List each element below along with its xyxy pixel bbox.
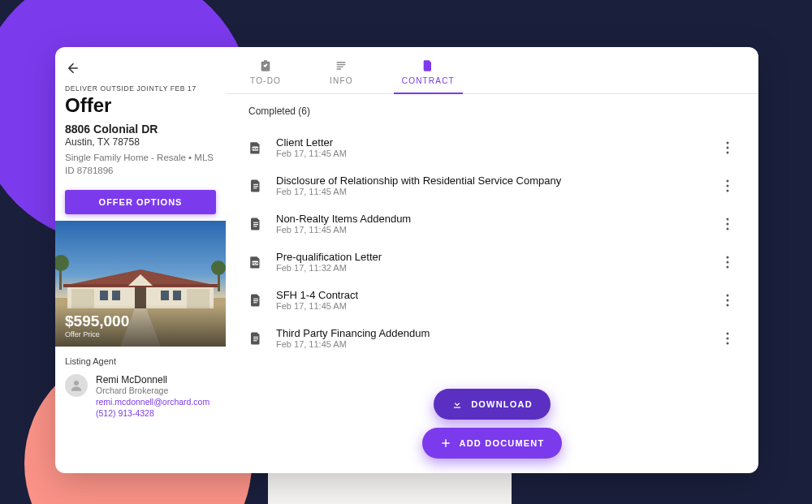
arrow-left-icon [66,61,80,75]
document-menu-button[interactable] [719,138,736,157]
document-title: Non-Realty Items Addendum [276,213,706,225]
completed-section-label: Completed (6) [248,106,736,117]
svg-point-37 [727,218,729,220]
document-title: Third Party Financing Addendum [276,327,706,339]
document-timestamp: Feb 17, 11:45 AM [276,187,706,196]
svg-rect-12 [173,291,181,300]
svg-point-26 [727,146,729,149]
svg-text:PDF: PDF [253,261,259,265]
svg-point-33 [727,189,729,192]
document-menu-button[interactable] [719,214,736,234]
svg-rect-51 [253,336,258,337]
document-title: Client Letter [276,136,706,149]
document-menu-button[interactable] [719,291,736,310]
svg-rect-30 [253,187,257,188]
svg-point-48 [727,294,729,296]
agent-section-label: Listing Agent [65,356,216,366]
svg-point-17 [211,261,226,275]
info-icon [334,58,348,73]
download-icon [451,398,463,410]
plus-icon [440,437,451,449]
svg-point-27 [727,151,729,153]
download-button[interactable]: DOWNLOAD [434,389,551,420]
svg-rect-53 [253,340,257,341]
svg-rect-34 [253,222,258,222]
agent-phone-link[interactable]: (512) 913-4328 [96,408,209,418]
svg-point-31 [727,179,729,182]
document-icon [421,58,435,73]
tab-label: TO-DO [250,76,281,85]
avatar [65,374,88,397]
svg-point-44 [727,265,729,268]
svg-point-39 [727,227,729,230]
svg-point-50 [727,304,729,306]
offer-options-button[interactable]: OFFER OPTIONS [65,190,216,214]
document-icon [248,179,263,193]
document-icon [248,217,263,231]
document-menu-button[interactable] [719,252,736,272]
svg-rect-11 [161,291,169,300]
document-row[interactable]: Disclosure of Relationship with Resident… [248,166,736,205]
tab-info[interactable]: INFO [322,47,361,93]
svg-point-54 [727,332,729,334]
svg-rect-29 [253,186,258,187]
download-label: DOWNLOAD [471,399,533,409]
tab-label: INFO [330,76,353,85]
document-list: PDFClient LetterFeb 17, 11:45 AMDisclosu… [248,128,736,357]
deliver-line: DELIVER OUTSIDE JOINTLY FEB 17 [65,84,216,93]
svg-rect-45 [253,298,258,299]
tab-contract[interactable]: CONTRACT [394,47,463,93]
document-row[interactable]: PDFClient LetterFeb 17, 11:45 AM [248,128,736,166]
document-timestamp: Feb 17, 11:45 AM [276,225,706,235]
document-row[interactable]: SFH 1-4 ContractFeb 17, 11:45 AM [248,281,736,319]
person-icon [69,378,84,393]
property-image: $595,000 Offer Price [55,221,226,347]
svg-point-55 [727,337,729,339]
document-row[interactable]: Third Party Financing AddendumFeb 17, 11… [248,319,736,357]
svg-rect-35 [253,224,258,225]
document-timestamp: Feb 17, 11:45 AM [276,301,706,311]
document-title: Pre-qualification Letter [276,251,706,263]
document-timestamp: Feb 17, 11:45 AM [276,339,706,349]
document-timestamp: Feb 17, 11:45 AM [276,149,706,158]
add-document-label: ADD DOCUMENT [460,438,545,448]
document-row[interactable]: PDFPre-qualification LetterFeb 17, 11:32… [248,243,736,281]
svg-rect-47 [253,302,257,303]
svg-point-32 [727,184,729,187]
svg-point-42 [727,256,729,258]
main-content: TO-DO INFO CONTRACT Completed (6) PDFCli… [226,47,758,473]
agent-section: Listing Agent Remi McDonnell Orchard Bro… [55,347,226,428]
tab-todo[interactable]: TO-DO [242,47,289,93]
svg-rect-10 [112,291,120,300]
svg-rect-9 [100,291,108,300]
svg-rect-36 [253,226,257,226]
address-city: Austin, TX 78758 [65,136,216,149]
tabs: TO-DO INFO CONTRACT [226,47,758,94]
add-document-button[interactable]: ADD DOCUMENT [422,428,563,459]
svg-point-18 [74,381,79,386]
svg-text:PDF: PDF [253,147,259,150]
property-type: Single Family Home - Resale • MLS ID 878… [65,151,216,177]
svg-rect-46 [253,300,258,301]
document-title: Disclosure of Relationship with Resident… [276,174,706,187]
svg-rect-52 [253,338,258,339]
app-card: DELIVER OUTSIDE JOINTLY FEB 17 Offer 880… [55,47,758,473]
svg-point-25 [727,141,729,144]
sidebar: DELIVER OUTSIDE JOINTLY FEB 17 Offer 880… [55,47,226,473]
document-icon [248,331,263,346]
document-row[interactable]: Non-Realty Items AddendumFeb 17, 11:45 A… [248,205,736,243]
document-menu-button[interactable] [719,176,736,196]
agent-email-link[interactable]: remi.mcdonnell@orchard.com [96,397,209,407]
pdf-icon: PDF [248,255,263,269]
agent-name: Remi McDonnell [96,374,209,386]
document-menu-button[interactable] [719,329,736,348]
offer-price-label: Offer Price [65,330,216,338]
tab-label: CONTRACT [402,76,455,85]
back-button[interactable] [65,60,81,76]
document-title: SFH 1-4 Contract [276,289,706,301]
svg-point-38 [727,222,729,225]
document-icon [248,293,263,308]
svg-rect-28 [253,183,258,184]
task-icon [258,58,273,73]
offer-price: $595,000 [65,312,216,330]
